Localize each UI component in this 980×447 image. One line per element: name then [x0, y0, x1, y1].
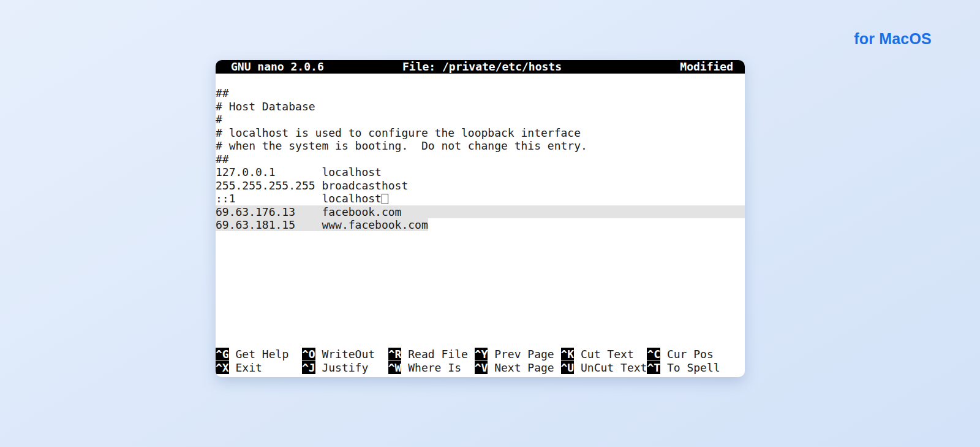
editor-content[interactable]: ### Host Database## localhost is used to…: [216, 74, 745, 348]
editor-line-text: ##: [216, 153, 229, 166]
shortcut-item: ^Y Prev Page: [475, 348, 561, 361]
shortcut-key: ^U: [561, 361, 575, 374]
shortcut-item: ^G Get Help: [216, 348, 302, 361]
shortcut-key: ^T: [647, 361, 660, 374]
shortcut-label: WriteOut: [315, 348, 375, 361]
shortcut-item: ^J Justify: [302, 361, 388, 375]
shortcut-row: ^X Exit^J Justify^W Where Is^V Next Page…: [216, 361, 745, 375]
shortcut-item: ^U UnCut Text: [561, 361, 647, 375]
shortcut-item: ^K Cut Text: [561, 348, 647, 361]
editor-line[interactable]: # Host Database: [216, 100, 745, 113]
editor-line-text: 69.63.181.15 www.facebook.com: [216, 218, 428, 231]
shortcut-label: Cut Text: [574, 348, 634, 361]
editor-line[interactable]: [216, 74, 745, 87]
shortcut-item: ^W Where Is: [388, 361, 475, 375]
nano-title-file: File: /private/etc/hosts: [402, 60, 562, 74]
shortcut-item: ^R Read File: [388, 348, 475, 361]
shortcut-label: Exit: [229, 361, 262, 374]
shortcut-key: ^V: [475, 361, 488, 374]
shortcut-item: ^X Exit: [216, 361, 302, 375]
editor-line[interactable]: 255.255.255.255 broadcasthost: [216, 179, 745, 193]
editor-line[interactable]: ::1 localhost: [216, 192, 745, 205]
shortcut-key: ^C: [647, 348, 660, 361]
shortcut-key: ^O: [302, 348, 315, 361]
editor-line-text: # localhost is used to configure the loo…: [216, 126, 581, 139]
shortcut-key: ^Y: [475, 348, 488, 361]
shortcut-key: ^R: [388, 348, 402, 361]
shortcut-key: ^X: [216, 361, 229, 374]
shortcut-label: Get Help: [229, 348, 289, 361]
editor-line[interactable]: 69.63.181.15 www.facebook.com: [216, 218, 745, 232]
shortcut-item: ^O WriteOut: [302, 348, 388, 361]
terminal-window[interactable]: GNU nano 2.0.6 File: /private/etc/hosts …: [216, 60, 745, 377]
editor-line[interactable]: #: [216, 113, 745, 126]
shortcut-row: ^G Get Help^O WriteOut^R Read File^Y Pre…: [216, 348, 745, 361]
editor-line-text: 255.255.255.255 broadcasthost: [216, 179, 408, 192]
editor-line-text: #: [216, 113, 222, 126]
editor-line-text: 127.0.0.1 localhost: [216, 166, 382, 178]
shortcut-key: ^W: [388, 361, 402, 374]
nano-titlebar: GNU nano 2.0.6 File: /private/etc/hosts …: [216, 60, 745, 74]
editor-line[interactable]: # when the system is booting. Do not cha…: [216, 139, 745, 153]
watermark-label: for MacOS: [854, 30, 932, 48]
shortcut-item: ^C Cur Pos: [647, 348, 713, 361]
editor-line[interactable]: 69.63.176.13 facebook.com: [216, 205, 745, 219]
shortcut-label: To Spell: [660, 361, 720, 374]
shortcut-item: ^T To Spell: [647, 361, 720, 375]
editor-line-text: # Host Database: [216, 100, 315, 113]
editor-line-text: ##: [216, 86, 229, 99]
shortcut-item: ^V Next Page: [475, 361, 561, 375]
editor-line-text: 69.63.176.13 facebook.com: [216, 205, 401, 218]
nano-title-app: GNU nano 2.0.6: [216, 60, 402, 74]
shortcut-key: ^J: [302, 361, 315, 374]
editor-line[interactable]: ##: [216, 153, 745, 166]
shortcut-label: Cur Pos: [660, 348, 714, 361]
shortcut-label: Read File: [401, 348, 467, 361]
shortcut-label: Justify: [315, 361, 369, 374]
shortcut-label: Where Is: [401, 361, 461, 374]
text-cursor: [382, 194, 388, 204]
shortcut-label: Prev Page: [488, 348, 554, 361]
editor-line-text: # when the system is booting. Do not cha…: [216, 139, 587, 152]
editor-line[interactable]: 127.0.0.1 localhost: [216, 166, 745, 179]
editor-line-text: ::1 localhost: [216, 192, 382, 205]
shortcut-key: ^G: [216, 348, 229, 361]
editor-line[interactable]: ##: [216, 86, 745, 100]
shortcut-label: UnCut Text: [574, 361, 647, 374]
shortcut-bar: ^G Get Help^O WriteOut^R Read File^Y Pre…: [216, 348, 745, 377]
page-background: { "watermark": { "label": "for MacOS" },…: [0, 0, 980, 447]
editor-line[interactable]: # localhost is used to configure the loo…: [216, 126, 745, 140]
nano-title-status: Modified: [562, 60, 745, 74]
shortcut-key: ^K: [561, 348, 575, 361]
shortcut-label: Next Page: [488, 361, 554, 374]
